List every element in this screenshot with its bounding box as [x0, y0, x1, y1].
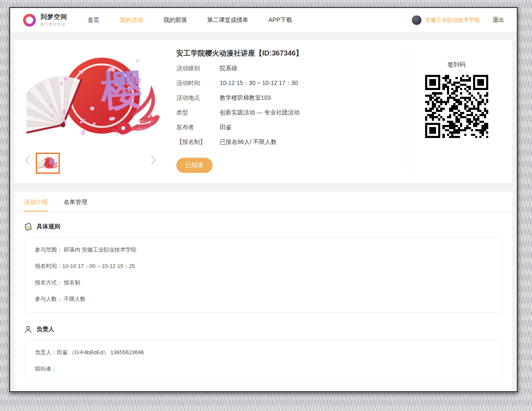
organizer: 组织者：	[35, 365, 492, 373]
tab-activity-intro[interactable]: 活动介绍	[24, 191, 48, 212]
rule-signup-time: 报名时间：10-10 17：00 ~ 10-12 15：25	[35, 263, 492, 270]
rule-signup-method: 报名方式： 报名制	[35, 279, 492, 286]
field-label: 活动时间	[176, 79, 220, 87]
daomeng-logo-icon	[23, 13, 36, 27]
field-value: 10-12 15：30 ~ 10-12 17：30	[220, 79, 298, 87]
brand-name: 到梦空间	[40, 13, 67, 21]
rules-box: 参与范围： 部落内 安徽工业职业技术学院 报名时间：10-10 17：00 ~ …	[24, 237, 503, 313]
field-value: 院系级	[220, 64, 237, 72]
field-value: 教学楼阶梯教室103	[220, 93, 271, 102]
field-row: 类型 创新实践活动 — 专业社团活动	[176, 108, 404, 117]
poster-thumbnail[interactable]	[36, 153, 60, 174]
field-row: 【报名制】 已报名86人/ 不限人数	[176, 138, 404, 146]
manager-box: 负责人：田鉴 （G④4bBdEd） 13655623696 组织者：	[24, 339, 503, 382]
field-label: 【报名制】	[176, 138, 220, 146]
brand[interactable]: 到梦空间 助力梦想实现	[23, 13, 67, 27]
manager-section-header: 负责人	[24, 325, 512, 334]
field-label: 类型	[176, 108, 220, 117]
carousel-next-icon[interactable]	[149, 154, 158, 166]
rules-section-title: 具体规则	[37, 223, 60, 231]
field-label: 发布者	[176, 123, 220, 131]
nav-item-transcript[interactable]: 第二课堂成绩单	[207, 16, 248, 24]
field-row: 活动地点 教学楼阶梯教室103	[176, 93, 404, 102]
manager-contact: 负责人：田鉴 （G④4bBdEd） 13655623696	[35, 349, 492, 356]
activity-summary-card: 安工学院樱火动漫社讲座【ID:367346】 活动级别 院系级 活动时间 10-…	[15, 40, 512, 183]
field-value: 创新实践活动 — 专业社团活动	[220, 108, 300, 117]
rules-scroll-icon	[24, 223, 32, 231]
field-value: 已报名86人/ 不限人数	[220, 138, 277, 146]
field-row: 发布者 田鉴	[176, 123, 404, 131]
field-label: 活动级别	[176, 64, 220, 72]
rule-scope: 参与范围： 部落内 安徽工业职业技术学院	[35, 246, 492, 254]
tab-roster-management[interactable]: 名单管理	[64, 191, 87, 212]
activity-poster	[27, 48, 161, 149]
app-window: 到梦空间 助力梦想实现 首页 我的活动 我的部落 第二课堂成绩单 APP下载 安…	[9, 7, 518, 392]
vertical-divider	[408, 49, 408, 171]
field-label: 活动地点	[176, 93, 220, 102]
top-navigation-bar: 到梦空间 助力梦想实现 首页 我的活动 我的部落 第二课堂成绩单 APP下载 安…	[10, 8, 517, 32]
user-avatar[interactable]	[412, 15, 422, 25]
person-icon	[24, 325, 32, 334]
nav-item-app-download[interactable]: APP下载	[269, 16, 292, 24]
checkin-qr-code	[425, 75, 488, 138]
logout-button[interactable]: 退出	[492, 16, 504, 24]
rules-section-header: 具体规则	[24, 223, 512, 231]
activity-detail-card: 活动介绍 名单管理 具体规则 参与范围： 部落内 安徽工业职业技术学院 报名时间…	[15, 191, 512, 392]
field-row: 活动级别 院系级	[176, 64, 404, 72]
checkin-qr-block: 签到码	[415, 61, 497, 140]
field-value: 田鉴	[220, 123, 231, 131]
nav-item-home[interactable]: 首页	[88, 16, 99, 24]
qr-label: 签到码	[415, 61, 497, 69]
detail-tabs: 活动介绍 名单管理	[15, 191, 512, 212]
nav-item-my-activities[interactable]: 我的活动	[120, 16, 143, 24]
status-ended-button[interactable]: 已结束	[176, 158, 213, 173]
nav-item-my-tribe[interactable]: 我的部落	[163, 16, 187, 24]
main-nav: 首页 我的活动 我的部落 第二课堂成绩单 APP下载	[88, 16, 412, 24]
field-row: 活动时间 10-12 15：30 ~ 10-12 17：30	[176, 79, 404, 87]
manager-section-title: 负责人	[37, 326, 54, 333]
user-school-link[interactable]: 安徽工业职业技术学院	[425, 16, 480, 24]
carousel-prev-icon[interactable]	[23, 154, 32, 166]
rule-participants: 参与人数： 不限人数	[35, 295, 492, 303]
activity-title: 安工学院樱火动漫社讲座【ID:367346】	[176, 48, 404, 58]
user-area: 安徽工业职业技术学院 退出	[412, 15, 504, 25]
activity-details: 安工学院樱火动漫社讲座【ID:367346】 活动级别 院系级 活动时间 10-…	[176, 48, 404, 152]
brand-slogan: 助力梦想实现	[40, 22, 67, 27]
